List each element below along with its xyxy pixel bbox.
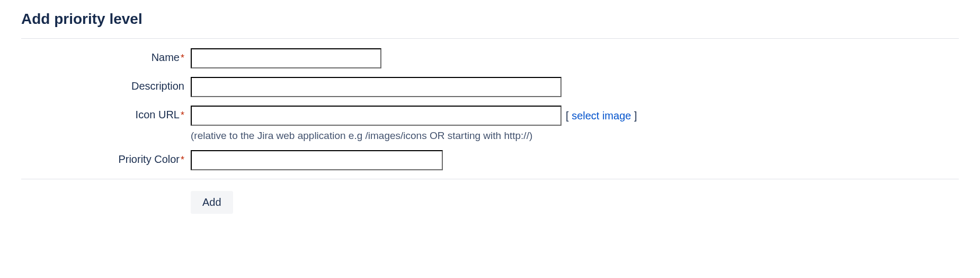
required-icon: * — [181, 154, 184, 165]
bottom-divider — [21, 179, 959, 179]
bracket-open: [ — [566, 110, 569, 121]
description-input[interactable] — [191, 77, 562, 97]
icon-url-label-container: Icon URL* — [21, 106, 191, 121]
name-input[interactable] — [191, 48, 381, 68]
priority-color-label-container: Priority Color* — [21, 150, 191, 166]
form-title: Add priority level — [21, 11, 959, 32]
icon-url-hint: (relative to the Jira web application e.… — [191, 130, 637, 142]
form-row-name: Name* — [21, 48, 959, 68]
bracket-close: ] — [634, 110, 637, 121]
description-field-container — [191, 77, 562, 97]
priority-color-input[interactable] — [191, 150, 443, 170]
select-image-wrapper: [ select image ] — [566, 110, 637, 122]
button-row: Add — [21, 191, 959, 214]
form-row-description: Description — [21, 77, 959, 97]
priority-color-label: Priority Color — [118, 153, 180, 165]
icon-url-inline: [ select image ] — [191, 106, 637, 126]
form-row-priority-color: Priority Color* — [21, 150, 959, 170]
required-icon: * — [181, 110, 184, 120]
select-image-link[interactable]: select image — [572, 110, 631, 121]
name-label: Name — [152, 51, 180, 63]
icon-url-field-container: [ select image ] (relative to the Jira w… — [191, 106, 637, 142]
name-label-container: Name* — [21, 48, 191, 64]
description-label-container: Description — [21, 77, 191, 92]
add-button[interactable]: Add — [191, 191, 233, 214]
required-icon: * — [181, 53, 184, 63]
icon-url-label: Icon URL — [136, 109, 180, 120]
icon-url-input[interactable] — [191, 106, 562, 126]
name-field-container — [191, 48, 381, 68]
description-label: Description — [131, 80, 184, 92]
form-row-icon-url: Icon URL* [ select image ] (relative to … — [21, 106, 959, 142]
title-divider — [21, 38, 959, 39]
priority-color-field-container — [191, 150, 443, 170]
